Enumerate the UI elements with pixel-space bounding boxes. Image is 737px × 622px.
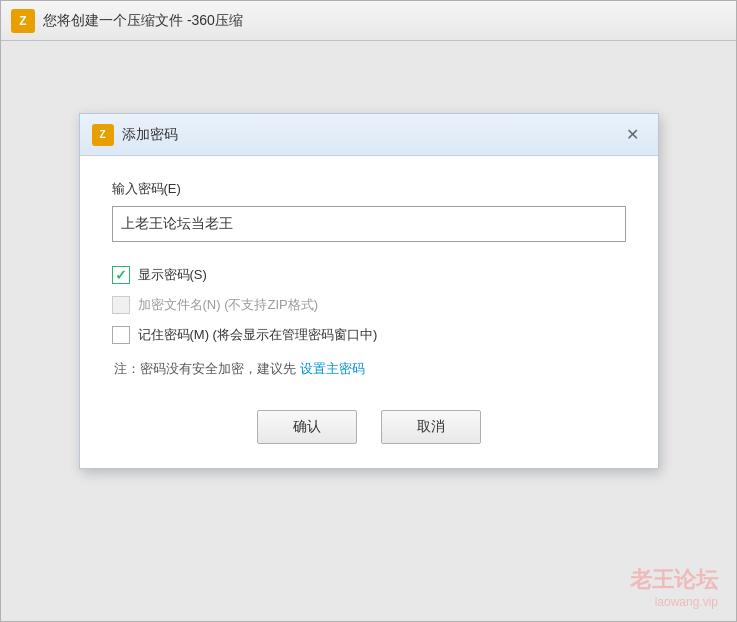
show-password-row: ✓ 显示密码(S) (112, 266, 626, 284)
confirm-button[interactable]: 确认 (257, 410, 357, 444)
add-password-dialog: Z 添加密码 ✕ 输入密码(E) ✓ 显示密码(S) (79, 113, 659, 469)
dialog-title: 添加密码 (122, 126, 612, 144)
remember-password-checkbox[interactable] (112, 326, 130, 344)
dialog-body: 输入密码(E) ✓ 显示密码(S) 加密文件名(N) (不支持ZIP格式) (80, 156, 658, 468)
checkmark-icon: ✓ (115, 268, 127, 282)
encrypt-filename-row: 加密文件名(N) (不支持ZIP格式) (112, 296, 626, 314)
dialog-overlay: Z 添加密码 ✕ 输入密码(E) ✓ 显示密码(S) (1, 1, 736, 621)
options-section: ✓ 显示密码(S) 加密文件名(N) (不支持ZIP格式) 记住密码(M) (将… (112, 266, 626, 344)
button-row: 确认 取消 (112, 402, 626, 444)
show-password-label: 显示密码(S) (138, 266, 207, 284)
remember-password-label: 记住密码(M) (将会显示在管理密码窗口中) (138, 326, 378, 344)
set-master-password-link[interactable]: 设置主密码 (300, 360, 365, 378)
note-text: 注：密码没有安全加密，建议先 (114, 360, 296, 378)
note-row: 注：密码没有安全加密，建议先 设置主密码 (112, 360, 626, 378)
dialog-icon: Z (92, 124, 114, 146)
close-button[interactable]: ✕ (620, 124, 646, 146)
outer-window: Z 您将创建一个压缩文件 -360压缩 Z 添加密码 ✕ 输入密码(E) (0, 0, 737, 622)
encrypt-filename-checkbox[interactable] (112, 296, 130, 314)
show-password-checkbox[interactable]: ✓ (112, 266, 130, 284)
encrypt-filename-label: 加密文件名(N) (不支持ZIP格式) (138, 296, 319, 314)
cancel-button[interactable]: 取消 (381, 410, 481, 444)
remember-password-row: 记住密码(M) (将会显示在管理密码窗口中) (112, 326, 626, 344)
password-input[interactable] (112, 206, 626, 242)
dialog-titlebar: Z 添加密码 ✕ (80, 114, 658, 156)
password-field-label: 输入密码(E) (112, 180, 626, 198)
